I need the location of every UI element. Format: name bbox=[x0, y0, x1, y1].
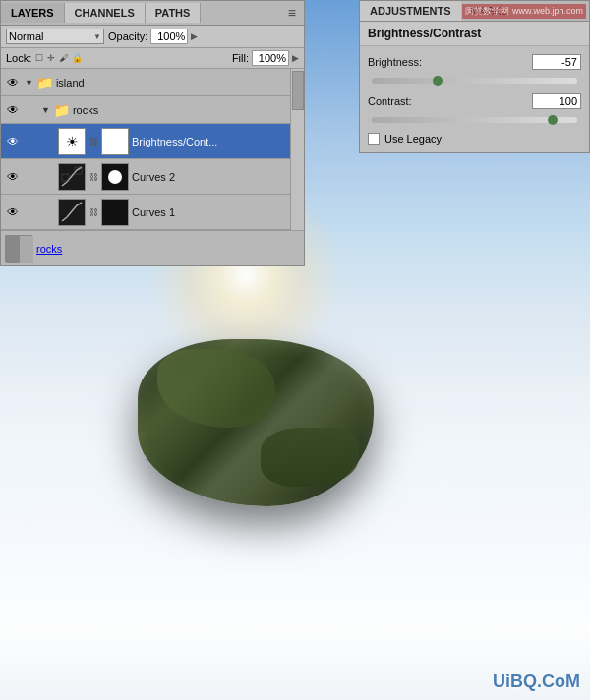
thumb-curves1-icon bbox=[58, 199, 86, 226]
layer-item-curves2[interactable]: 👁 ⛓ Curves 2 bbox=[1, 159, 304, 195]
opacity-row: Opacity: 100% ▶ bbox=[108, 29, 198, 44]
rock-shape bbox=[138, 339, 374, 506]
brightness-row: Brightness: bbox=[368, 54, 581, 70]
brightness-slider-thumb[interactable] bbox=[433, 76, 442, 86]
fill-label: Fill: bbox=[232, 52, 249, 64]
contrast-label: Contrast: bbox=[368, 95, 446, 107]
fill-input[interactable]: 100% bbox=[252, 50, 289, 66]
visibility-curves2[interactable]: 👁 bbox=[4, 168, 22, 186]
visibility-brightness[interactable]: 👁 bbox=[4, 133, 22, 150]
visibility-curves1[interactable]: 👁 bbox=[4, 204, 22, 221]
adjustment-title: Brightness/Contrast bbox=[360, 22, 589, 46]
fill-arrow[interactable]: ▶ bbox=[292, 53, 299, 63]
lock-box-icon[interactable]: ☐ bbox=[35, 53, 43, 63]
top-watermark: 闵赏数学网 www.web.jph.com bbox=[462, 4, 586, 19]
blend-mode-arrow: ▼ bbox=[93, 32, 101, 41]
layers-tab-bar: LAYERS CHANNELS PATHS ≡ bbox=[1, 1, 304, 26]
layer-name-curves2: Curves 2 bbox=[132, 171, 301, 183]
adjustment-body: Brightness: Contrast: bbox=[360, 46, 589, 152]
thumb-brightness-icon: ☀ bbox=[58, 128, 86, 155]
tab-channels[interactable]: CHANNELS bbox=[65, 3, 146, 23]
layer-name-curves1: Curves 1 bbox=[132, 206, 301, 218]
scroll-thumb[interactable] bbox=[292, 71, 304, 110]
brightness-thumb-inner: ☀ bbox=[59, 129, 85, 154]
use-legacy-row: Use Legacy bbox=[368, 133, 581, 145]
svg-rect-1 bbox=[62, 174, 69, 181]
expand-rocks[interactable]: ▼ bbox=[41, 105, 50, 115]
status-layer-name: rocks bbox=[36, 243, 62, 255]
layer-scrollbar[interactable] bbox=[290, 69, 304, 230]
contrast-input[interactable] bbox=[532, 93, 581, 109]
brightness-slider-row[interactable] bbox=[368, 78, 581, 84]
lock-move-icon[interactable]: ✛ bbox=[47, 53, 55, 63]
folder-icon-rocks: 📁 bbox=[53, 102, 70, 118]
brightness-input[interactable] bbox=[532, 54, 581, 70]
layer-name-rocks: rocks bbox=[73, 104, 301, 116]
lock-label: Lock: bbox=[6, 52, 31, 64]
use-legacy-label: Use Legacy bbox=[384, 133, 442, 145]
svg-rect-2 bbox=[75, 167, 82, 174]
fill-row: Fill: 100% ▶ bbox=[232, 50, 299, 66]
bottom-watermark: UiBQ.CoM bbox=[493, 671, 580, 692]
expand-island[interactable]: ▼ bbox=[25, 78, 33, 88]
adjustments-panel[interactable]: 闵赏数学网 www.web.jph.com ADJUSTMENTS MASKS … bbox=[359, 0, 590, 153]
blend-toolbar: Normal ▼ Opacity: 100% ▶ bbox=[1, 26, 304, 48]
blend-mode-value: Normal bbox=[9, 30, 43, 42]
brightness-mask-inner bbox=[102, 129, 128, 154]
brightness-label: Brightness: bbox=[368, 56, 446, 68]
lock-row: Lock: ☐ ✛ 🖌 🔒 Fill: 100% ▶ bbox=[1, 48, 304, 69]
thumb-curves2-icon bbox=[58, 163, 86, 191]
layer-list: 👁 ▼ 📁 island 👁 ▼ 📁 rocks 👁 ☀ bbox=[1, 69, 304, 230]
layers-bottom-bar: rocks bbox=[1, 230, 304, 265]
layer-name-brightness: Brightness/Cont... bbox=[132, 136, 301, 147]
contrast-row: Contrast: bbox=[368, 93, 581, 109]
layer-item-rocks[interactable]: 👁 ▼ 📁 rocks bbox=[1, 96, 304, 124]
layer-item-island[interactable]: 👁 ▼ 📁 island bbox=[1, 69, 304, 96]
visibility-rocks[interactable]: 👁 bbox=[4, 101, 22, 119]
thumb-curves1-mask bbox=[101, 199, 129, 226]
layer-item-curves1[interactable]: 👁 ⛓ Curves 1 bbox=[1, 195, 304, 230]
use-legacy-checkbox[interactable] bbox=[368, 133, 380, 145]
layer-item-brightness[interactable]: 👁 ☀ ⛓ Brightness/Cont... bbox=[1, 124, 304, 159]
svg-rect-5 bbox=[6, 236, 20, 263]
blend-mode-select[interactable]: Normal ▼ bbox=[6, 29, 104, 44]
tab-paths[interactable]: PATHS bbox=[146, 3, 202, 23]
layers-panel[interactable]: LAYERS CHANNELS PATHS ≡ Normal ▼ Opacity… bbox=[0, 0, 305, 266]
opacity-label: Opacity: bbox=[108, 30, 148, 42]
lock-brush-icon[interactable]: 🖌 bbox=[59, 53, 68, 63]
chain-curves1: ⛓ bbox=[88, 200, 98, 225]
opacity-arrow[interactable]: ▶ bbox=[191, 31, 198, 41]
thumb-curves2-mask bbox=[101, 163, 129, 191]
brightness-slider-track[interactable] bbox=[372, 78, 577, 84]
thumb-brightness-mask bbox=[101, 128, 129, 155]
opacity-input[interactable]: 100% bbox=[150, 29, 188, 44]
layer-name-island: island bbox=[56, 77, 301, 88]
lock-padlock-icon[interactable]: 🔒 bbox=[72, 53, 83, 63]
tab-adjustments[interactable]: ADJUSTMENTS bbox=[360, 1, 461, 21]
folder-icon-island: 📁 bbox=[36, 75, 53, 90]
contrast-slider-track[interactable] bbox=[372, 117, 577, 123]
visibility-island[interactable]: 👁 bbox=[4, 74, 22, 91]
chain-curves2: ⛓ bbox=[88, 164, 98, 190]
contrast-slider-thumb[interactable] bbox=[548, 115, 558, 125]
panel-options-icon[interactable]: ≡ bbox=[280, 1, 304, 25]
rock-image bbox=[128, 324, 384, 521]
chain-brightness: ⛓ bbox=[88, 129, 98, 154]
contrast-slider-row[interactable] bbox=[368, 117, 581, 123]
status-thumb bbox=[5, 235, 32, 262]
tab-layers[interactable]: LAYERS bbox=[1, 3, 65, 23]
